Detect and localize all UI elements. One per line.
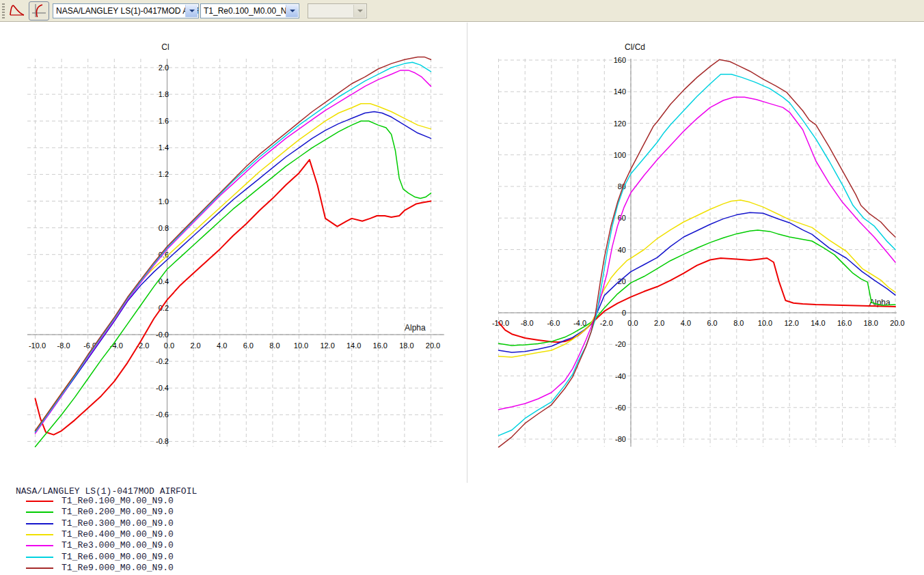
legend-color-line bbox=[26, 523, 53, 524]
x-tick-label: 14.0 bbox=[811, 319, 825, 327]
x-tick-label: -2.0 bbox=[600, 319, 613, 327]
y-tick-label: -80 bbox=[615, 435, 626, 443]
legend-color-line bbox=[26, 534, 53, 535]
xflr5-window: -10.0-8.0-6.0-4.0-2.00.02.04.06.08.010.0… bbox=[0, 0, 924, 575]
x-tick-label: 2.0 bbox=[654, 319, 664, 327]
y-tick-label: -0.2 bbox=[156, 357, 169, 365]
x-tick-label: 6.0 bbox=[243, 341, 254, 350]
series-curve-T1_Re6.000_M0.00_N9.0 bbox=[499, 74, 896, 436]
y-tick-label: 0 bbox=[622, 309, 626, 317]
polar-graph-icon bbox=[31, 3, 47, 19]
legend-item-label: T1_Re3.000_M0.00_N9.0 bbox=[62, 540, 174, 550]
x-tick-label: 4.0 bbox=[217, 341, 227, 350]
y-tick-label: 160 bbox=[614, 56, 626, 64]
x-tick-label: -8.0 bbox=[521, 319, 534, 327]
x-tick-label: 0.0 bbox=[627, 319, 638, 327]
x-tick-label: 20.0 bbox=[890, 319, 904, 327]
y-tick-label: 140 bbox=[614, 87, 626, 96]
series-curve-T1_Re9.000_M0.00_N9.0 bbox=[36, 57, 431, 430]
x-tick-label: 12.0 bbox=[320, 341, 334, 350]
x-tick-label: 18.0 bbox=[864, 319, 878, 327]
y-tick-label: 1.0 bbox=[159, 197, 169, 206]
x-tick-label: 8.0 bbox=[733, 319, 744, 327]
series-curve-T1_Re0.300_M0.00_N9.0 bbox=[499, 212, 896, 352]
x-tick-label: -6.0 bbox=[547, 319, 560, 327]
y-tick-label: 100 bbox=[614, 151, 626, 159]
polar-view-button[interactable] bbox=[29, 1, 49, 20]
series-curve-T1_Re0.400_M0.00_N9.0 bbox=[499, 200, 896, 357]
airfoil-design-view-button[interactable] bbox=[7, 1, 27, 20]
x-tick-label: 6.0 bbox=[707, 319, 717, 327]
cl-alpha-chart[interactable]: -10.0-8.0-6.0-4.0-2.00.02.04.06.08.010.0… bbox=[27, 42, 444, 447]
y-tick-label: -40 bbox=[615, 372, 626, 380]
y-tick-label: 0.8 bbox=[159, 224, 169, 232]
legend-color-line bbox=[26, 557, 53, 558]
y-tick-label: 120 bbox=[614, 120, 626, 128]
polar-select[interactable]: T1_Re0.100_M0.00_N9.0 bbox=[200, 3, 299, 18]
y-tick-label: 1.2 bbox=[159, 170, 169, 178]
x-tick-label: 14.0 bbox=[346, 341, 361, 350]
toolbar-grip-handle[interactable] bbox=[2, 3, 5, 19]
x-tick-label: 16.0 bbox=[373, 341, 388, 350]
x-tick-label: 2.0 bbox=[190, 341, 200, 350]
x-axis-label: Alpha bbox=[405, 323, 426, 333]
series-curve-T1_Re0.200_M0.00_N9.0 bbox=[499, 230, 896, 346]
operating-point-select bbox=[308, 3, 367, 18]
airfoil-icon bbox=[9, 2, 25, 18]
x-tick-label: 8.0 bbox=[269, 341, 280, 350]
series-curve-T1_Re0.100_M0.00_N9.0 bbox=[499, 258, 896, 342]
polar-select-value: T1_Re0.100_M0.00_N9.0 bbox=[201, 4, 299, 18]
chevron-down-icon[interactable] bbox=[286, 5, 298, 17]
x-tick-label: -8.0 bbox=[57, 341, 70, 350]
x-tick-label: 4.0 bbox=[681, 319, 691, 327]
chevron-down-icon bbox=[353, 5, 366, 17]
airfoil-select-value: NASA/LANGLEY LS(1)-0417MOD AIRFOIL bbox=[53, 4, 198, 18]
legend-item-label: T1_Re0.100_M0.00_N9.0 bbox=[62, 496, 174, 506]
graph-divider bbox=[467, 23, 467, 483]
x-tick-label: 12.0 bbox=[784, 319, 798, 327]
y-tick-label: -60 bbox=[615, 404, 626, 412]
y-tick-label: 40 bbox=[618, 246, 626, 254]
legend-item-label: T1_Re9.000_M0.00_N9.0 bbox=[62, 563, 174, 573]
legend-item-label: T1_Re0.400_M0.00_N9.0 bbox=[62, 529, 174, 539]
legend-item-label: T1_Re6.000_M0.00_N9.0 bbox=[62, 552, 174, 562]
series-curve-T1_Re0.400_M0.00_N9.0 bbox=[36, 104, 431, 431]
y-tick-label: -0.0 bbox=[156, 331, 169, 339]
x-tick-label: -10.0 bbox=[29, 341, 46, 350]
x-tick-label: 0.0 bbox=[164, 341, 174, 350]
legend-title: NASA/LANGLEY LS(1)-0417MOD AIRFOIL bbox=[16, 486, 197, 496]
x-tick-label: 16.0 bbox=[837, 319, 852, 327]
x-tick-label: 10.0 bbox=[758, 319, 772, 327]
x-tick-label: 10.0 bbox=[294, 341, 308, 350]
x-tick-label: 18.0 bbox=[399, 341, 413, 350]
legend-item-label: T1_Re0.200_M0.00_N9.0 bbox=[62, 507, 174, 517]
clcd-alpha-chart[interactable]: -10.0-8.0-6.0-4.0-2.00.02.04.06.08.010.0… bbox=[492, 42, 905, 447]
series-curve-T1_Re3.000_M0.00_N9.0 bbox=[499, 97, 896, 410]
series-curve-T1_Re6.000_M0.00_N9.0 bbox=[36, 62, 431, 432]
y-tick-label: 1.6 bbox=[159, 117, 169, 125]
legend-color-line bbox=[26, 501, 53, 502]
y-tick-label: 1.4 bbox=[159, 143, 169, 152]
legend-color-line bbox=[26, 545, 53, 546]
x-tick-label: 20.0 bbox=[426, 341, 440, 350]
x-tick-label: -4.0 bbox=[573, 319, 586, 327]
chart-title: Cl bbox=[161, 42, 169, 52]
y-tick-label: -20 bbox=[615, 340, 626, 348]
y-tick-label: -0.4 bbox=[156, 384, 169, 392]
legend-item-label: T1_Re0.300_M0.00_N9.0 bbox=[62, 518, 174, 529]
airfoil-select[interactable]: NASA/LANGLEY LS(1)-0417MOD AIRFOIL bbox=[53, 3, 199, 18]
series-curve-T1_Re3.000_M0.00_N9.0 bbox=[36, 70, 431, 434]
series-curve-T1_Re0.200_M0.00_N9.0 bbox=[36, 121, 431, 447]
chart-title: Cl/Cd bbox=[625, 42, 645, 52]
legend-color-line bbox=[26, 567, 53, 569]
y-tick-label: 1.8 bbox=[159, 90, 169, 98]
y-tick-label: -0.8 bbox=[156, 437, 169, 445]
toolbar: NASA/LANGLEY LS(1)-0417MOD AIRFOIL T1_Re… bbox=[0, 0, 924, 22]
x-tick-label: -10.0 bbox=[492, 319, 509, 327]
series-curve-T1_Re0.300_M0.00_N9.0 bbox=[36, 112, 431, 432]
y-tick-label: 2.0 bbox=[159, 64, 169, 72]
series-curve-T1_Re9.000_M0.00_N9.0 bbox=[499, 59, 896, 447]
y-tick-label: -0.6 bbox=[156, 410, 169, 419]
chevron-down-icon[interactable] bbox=[185, 5, 198, 17]
legend-color-line bbox=[26, 511, 53, 513]
